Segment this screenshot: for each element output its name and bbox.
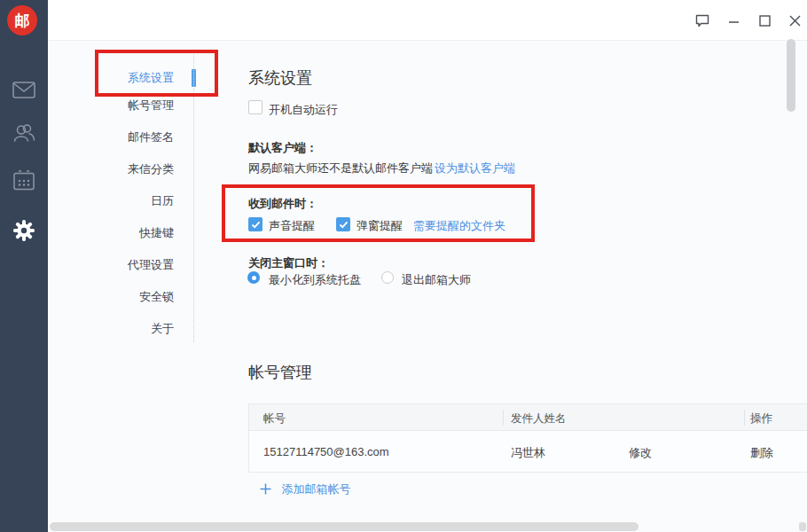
nav-divider	[193, 51, 194, 342]
plus-icon	[260, 483, 271, 495]
close-button[interactable]	[785, 12, 804, 28]
vertical-scrollbar-thumb[interactable]	[787, 39, 795, 112]
add-account-button[interactable]: 添加邮箱帐号	[260, 481, 350, 497]
check-icon	[251, 221, 261, 229]
nav-item-mail-sorting[interactable]: 来信分类	[48, 161, 174, 177]
account-table-header: 帐号 发件人姓名 操作	[249, 404, 807, 431]
delete-link[interactable]: 删除	[750, 445, 773, 461]
nav-item-proxy-settings[interactable]: 代理设置	[48, 257, 174, 273]
column-divider	[503, 410, 504, 426]
sound-alert-label[interactable]: 声音提醒	[269, 218, 315, 234]
on-mail-received-label: 收到邮件时：	[248, 196, 317, 212]
popup-alert-checkbox[interactable]	[336, 217, 350, 231]
settings-gear-icon[interactable]	[0, 219, 48, 242]
default-client-label: 默认客户端：	[248, 140, 317, 156]
feedback-icon[interactable]	[693, 12, 712, 28]
settings-nav: 系统设置 帐号管理 邮件签名 来信分类 日历 快捷键 代理设置 安全锁 关于	[48, 0, 174, 532]
minimize-to-tray-label[interactable]: 最小化到系统托盘	[269, 272, 361, 288]
system-settings-title: 系统设置	[248, 67, 312, 89]
nav-item-calendar[interactable]: 日历	[48, 193, 174, 209]
sender-cell: 冯世林	[511, 445, 545, 461]
col-header-account: 帐号	[263, 411, 286, 426]
mail-envelope-icon[interactable]	[0, 82, 48, 98]
nav-item-security-lock[interactable]: 安全锁	[48, 289, 174, 305]
maximize-button[interactable]	[755, 12, 774, 28]
exit-app-radio[interactable]	[381, 271, 394, 284]
autostart-checkbox[interactable]	[248, 100, 262, 114]
minimize-to-tray-radio[interactable]	[247, 271, 260, 284]
add-account-label[interactable]: 添加邮箱帐号	[281, 482, 350, 496]
minimize-button[interactable]	[724, 12, 743, 28]
alert-folders-link[interactable]: 需要提醒的文件夹	[413, 218, 505, 234]
account-table: 帐号 发件人姓名 操作 15127114750@163.com 冯世林 修改 删…	[248, 403, 807, 473]
column-divider	[744, 410, 745, 426]
sound-alert-checkbox[interactable]	[248, 217, 262, 231]
app-logo: 邮	[7, 5, 37, 35]
check-icon	[339, 221, 349, 229]
contacts-icon[interactable]	[0, 122, 48, 143]
nav-item-account-management[interactable]: 帐号管理	[48, 98, 174, 113]
horizontal-scrollbar-fragment	[799, 522, 806, 531]
nav-item-about[interactable]: 关于	[48, 321, 174, 337]
exit-app-label[interactable]: 退出邮箱大师	[402, 272, 471, 288]
modify-link[interactable]: 修改	[629, 445, 652, 461]
set-default-client-link[interactable]: 设为默认客户端	[435, 160, 515, 176]
popup-alert-label[interactable]: 弹窗提醒	[356, 218, 403, 234]
col-header-actions: 操作	[750, 411, 772, 426]
nav-item-system-settings[interactable]: 系统设置	[48, 70, 174, 86]
calendar-icon[interactable]	[0, 170, 48, 191]
nav-item-mail-signature[interactable]: 邮件签名	[48, 129, 174, 145]
account-management-title: 帐号管理	[248, 362, 312, 383]
on-close-label: 关闭主窗口时：	[248, 255, 329, 271]
app-rail: 邮	[0, 0, 48, 532]
titlebar	[48, 0, 807, 41]
col-header-sender: 发件人姓名	[511, 411, 567, 426]
default-client-status: 网易邮箱大师还不是默认邮件客户端	[248, 160, 433, 176]
account-cell: 15127114750@163.com	[263, 445, 389, 458]
app-window: 邮	[0, 0, 807, 532]
horizontal-scrollbar-thumb[interactable]	[50, 522, 639, 531]
autostart-label[interactable]: 开机自动运行	[269, 102, 338, 118]
nav-item-shortcuts[interactable]: 快捷键	[48, 225, 174, 241]
